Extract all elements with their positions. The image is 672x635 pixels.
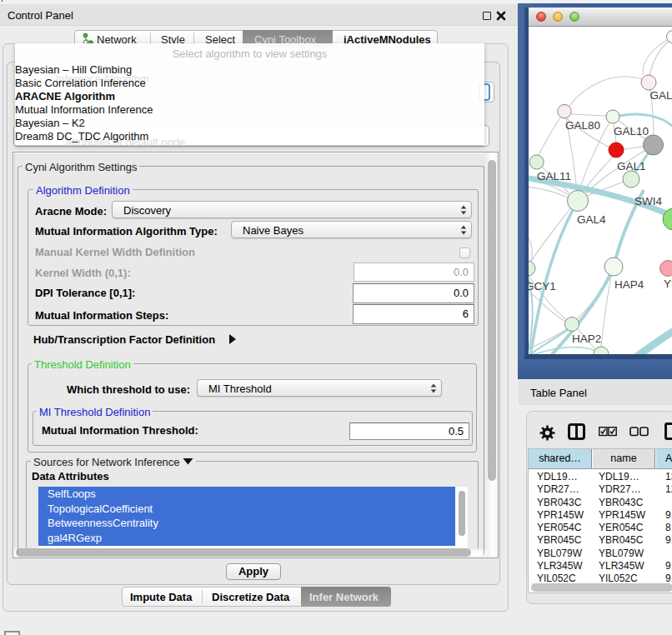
svg-text:GAL7: GAL7 (650, 89, 672, 102)
svg-text:GAL4: GAL4 (577, 213, 606, 226)
svg-text:GAL1: GAL1 (617, 160, 646, 172)
svg-text:GAL11: GAL11 (537, 170, 571, 182)
svg-text:GAL10: GAL10 (614, 125, 649, 138)
svg-text:GCY1: GCY1 (529, 280, 556, 292)
svg-text:SWI4: SWI4 (634, 195, 662, 208)
svg-text:YP: YP (664, 278, 672, 290)
svg-text:HAP2: HAP2 (572, 332, 601, 345)
svg-text:GAL80: GAL80 (565, 119, 600, 132)
svg-text:HAP4: HAP4 (614, 278, 644, 291)
